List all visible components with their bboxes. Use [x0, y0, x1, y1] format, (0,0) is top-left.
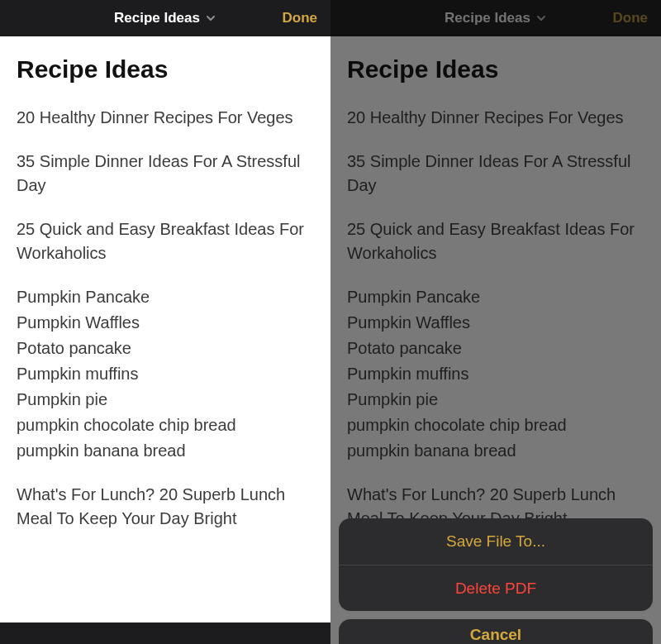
list-item: Potato pancake	[347, 336, 644, 360]
list-item: Pumpkin muffins	[347, 362, 644, 386]
list-item: pumpkin chocolate chip bread	[17, 413, 314, 437]
right-pane: Recipe Ideas Done Recipe Ideas 20 Health…	[330, 0, 661, 644]
note-paragraph: 25 Quick and Easy Breakfast Ideas For Wo…	[17, 217, 314, 265]
action-sheet: Save File To... Delete PDF Cancel	[339, 518, 653, 644]
list-item: Pumpkin pie	[17, 388, 314, 412]
note-title: Recipe Ideas	[347, 51, 644, 88]
list-item: Pumpkin Pancake	[347, 285, 644, 309]
note-paragraph: 20 Healthy Dinner Recipes For Veges	[347, 106, 644, 130]
note-list: Pumpkin Pancake Pumpkin Waffles Potato p…	[17, 285, 314, 463]
nav-title: Recipe Ideas	[445, 10, 530, 26]
save-file-button[interactable]: Save File To...	[339, 518, 653, 565]
left-pane: Recipe Ideas Done Recipe Ideas 20 Health…	[0, 0, 330, 644]
list-item: Pumpkin Waffles	[347, 311, 644, 335]
chevron-down-icon	[535, 12, 547, 24]
chevron-down-icon	[205, 12, 216, 24]
nav-title-dropdown[interactable]: Recipe Ideas	[445, 10, 547, 26]
cancel-button[interactable]: Cancel	[339, 619, 653, 644]
nav-title-dropdown[interactable]: Recipe Ideas	[114, 10, 216, 26]
note-title: Recipe Ideas	[17, 51, 314, 88]
list-item: pumpkin chocolate chip bread	[347, 413, 644, 437]
done-button[interactable]: Done	[613, 10, 649, 26]
list-item: Pumpkin pie	[347, 388, 644, 412]
note-body[interactable]: Recipe Ideas 20 Healthy Dinner Recipes F…	[0, 36, 330, 623]
nav-bar: Recipe Ideas Done	[0, 0, 330, 36]
note-list: Pumpkin Pancake Pumpkin Waffles Potato p…	[347, 285, 644, 463]
note-paragraph: 20 Healthy Dinner Recipes For Veges	[17, 106, 314, 130]
done-button[interactable]: Done	[283, 10, 318, 26]
nav-bar: Recipe Ideas Done	[330, 0, 661, 36]
note-paragraph: 35 Simple Dinner Ideas For A Stressful D…	[347, 150, 644, 198]
list-item: Pumpkin muffins	[17, 362, 314, 386]
list-item: Pumpkin Waffles	[17, 311, 314, 335]
delete-pdf-button[interactable]: Delete PDF	[339, 565, 653, 611]
list-item: pumpkin banana bread	[347, 439, 644, 463]
note-paragraph: 35 Simple Dinner Ideas For A Stressful D…	[17, 150, 314, 198]
note-paragraph: 25 Quick and Easy Breakfast Ideas For Wo…	[347, 217, 644, 265]
list-item: pumpkin banana bread	[17, 439, 314, 463]
note-paragraph: What's For Lunch? 20 Superb Lunch Meal T…	[17, 483, 314, 531]
toolbar	[0, 623, 330, 644]
list-item: Potato pancake	[17, 336, 314, 360]
action-sheet-group: Save File To... Delete PDF	[339, 518, 653, 611]
nav-title: Recipe Ideas	[114, 10, 200, 26]
list-item: Pumpkin Pancake	[17, 285, 314, 309]
